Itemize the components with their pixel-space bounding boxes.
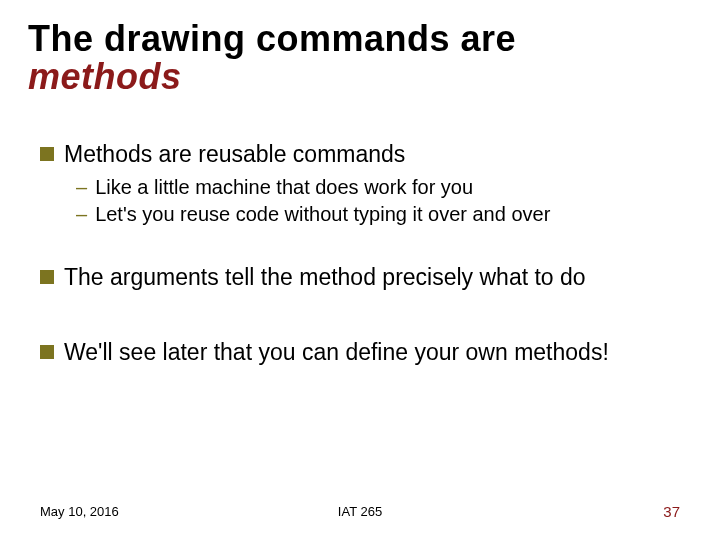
slide-title: The drawing commands are methods xyxy=(28,20,692,96)
spacer xyxy=(40,298,680,338)
sub-text: Let's you reuse code without typing it o… xyxy=(95,202,550,227)
bullet-item: We'll see later that you can define your… xyxy=(40,338,680,367)
title-line-1: The drawing commands are xyxy=(28,20,692,58)
bullet-text: The arguments tell the method precisely … xyxy=(64,263,586,292)
bullet-item: Methods are reusable commands xyxy=(40,140,680,169)
footer-date: May 10, 2016 xyxy=(40,504,119,519)
bullet-item: The arguments tell the method precisely … xyxy=(40,263,680,292)
slide-footer: May 10, 2016 IAT 265 37 xyxy=(40,503,680,520)
bullet-text: We'll see later that you can define your… xyxy=(64,338,609,367)
bullet-text: Methods are reusable commands xyxy=(64,140,405,169)
title-line-2: methods xyxy=(28,58,692,96)
sub-item: – Like a little machine that does work f… xyxy=(76,175,680,200)
sub-item: – Let's you reuse code without typing it… xyxy=(76,202,680,227)
square-bullet-icon xyxy=(40,345,54,359)
sub-text: Like a little machine that does work for… xyxy=(95,175,473,200)
footer-page-number: 37 xyxy=(663,503,680,520)
slide: The drawing commands are methods Methods… xyxy=(0,0,720,540)
dash-bullet-icon: – xyxy=(76,202,87,227)
square-bullet-icon xyxy=(40,270,54,284)
spacer xyxy=(40,229,680,263)
dash-bullet-icon: – xyxy=(76,175,87,200)
square-bullet-icon xyxy=(40,147,54,161)
slide-content: Methods are reusable commands – Like a l… xyxy=(40,140,680,372)
footer-course: IAT 265 xyxy=(338,504,382,519)
sub-list: – Like a little machine that does work f… xyxy=(76,175,680,227)
